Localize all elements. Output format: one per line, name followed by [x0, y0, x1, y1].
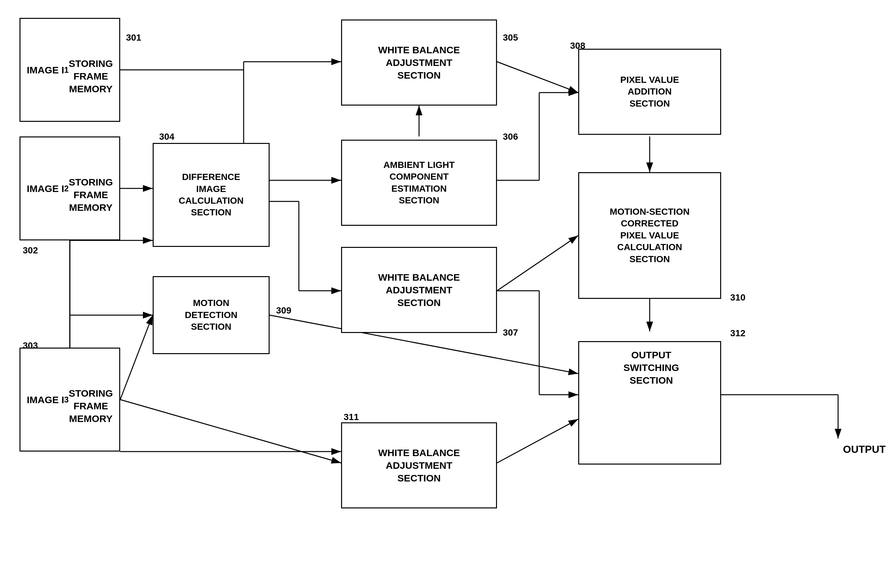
svg-line-23: [497, 236, 578, 291]
image-i1-box: IMAGE I1STORINGFRAMEMEMORY: [19, 18, 120, 122]
svg-line-25: [497, 419, 578, 463]
label-301: 301: [126, 33, 141, 43]
label-311: 311: [344, 412, 359, 422]
difference-image-box: DIFFERENCEIMAGECALCULATIONSECTION: [153, 143, 270, 247]
white-balance-1-box: WHITE BALANCEADJUSTMENTSECTION: [341, 20, 497, 106]
diagram: IMAGE I1STORINGFRAMEMEMORY IMAGE I2STORI…: [0, 0, 892, 588]
label-312: 312: [730, 328, 745, 339]
label-302: 302: [23, 245, 38, 256]
pixel-value-addition-box: PIXEL VALUEADDITIONSECTION: [578, 49, 721, 135]
label-309: 309: [276, 305, 291, 316]
label-304: 304: [159, 132, 174, 142]
image-i3-box: IMAGE I3STORINGFRAMEMEMORY: [19, 348, 120, 452]
image-i2-box: IMAGE I2STORINGFRAMEMEMORY: [19, 136, 120, 240]
svg-line-9: [120, 315, 153, 400]
white-balance-3-box: WHITE BALANCEADJUSTMENTSECTION: [341, 422, 497, 508]
label-306: 306: [503, 132, 518, 142]
motion-section-corrected-box: MOTION-SECTIONCORRECTEDPIXEL VALUECALCUL…: [578, 172, 721, 299]
white-balance-2-box: WHITE BALANCEADJUSTMENTSECTION: [341, 247, 497, 333]
label-307: 307: [503, 327, 518, 338]
output-switching-box: OUTPUTSWITCHINGSECTION: [578, 341, 721, 465]
label-output: OUTPUT: [843, 443, 886, 456]
svg-line-16: [497, 62, 578, 93]
label-308: 308: [570, 40, 585, 51]
label-310: 310: [730, 292, 745, 303]
label-303: 303: [23, 340, 38, 351]
label-305: 305: [503, 33, 518, 43]
ambient-light-box: AMBIENT LIGHTCOMPONENTESTIMATIONSECTION: [341, 140, 497, 226]
svg-line-10: [120, 400, 341, 463]
motion-detection-box: MOTIONDETECTIONSECTION: [153, 276, 270, 354]
